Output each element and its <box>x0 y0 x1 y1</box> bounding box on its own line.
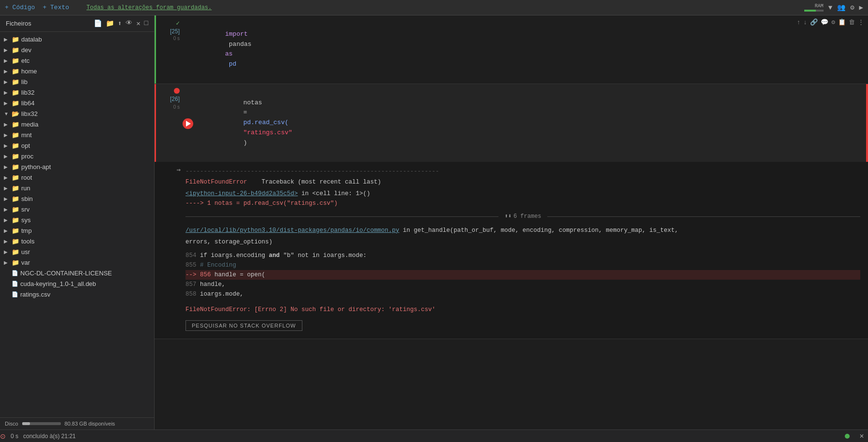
sidebar-item-lib32[interactable]: ▶ 📁 lib32 <box>0 87 154 98</box>
item-name: usr <box>21 248 150 256</box>
item-name: tools <box>21 238 150 245</box>
chevron-right-icon[interactable]: ▶ <box>859 3 863 12</box>
sidebar-item-mnt[interactable]: ▶ 📁 mnt <box>0 129 154 140</box>
add-text-label: + Texto <box>43 4 69 11</box>
search-stackoverflow-button[interactable]: PESQUISAR NO STACK OVERFLOW <box>185 320 302 331</box>
run-triangle-icon <box>186 121 191 127</box>
add-folder-icon[interactable]: 📁 <box>106 19 114 28</box>
sidebar-item-run[interactable]: ▶ 📁 run <box>0 183 154 193</box>
sidebar-item-datalab[interactable]: ▶ 📁 datalab <box>0 34 154 44</box>
folder-icon: 📂 <box>12 110 19 117</box>
collapse-arrow: ▶ <box>4 132 12 138</box>
cell-2-code: notas = pd.read_csv( "ratings.csv" ) <box>198 88 849 158</box>
cell-1-code: import pandas as pd <box>187 19 849 80</box>
sidebar-item-python-apt[interactable]: ▶ 📁 python-apt <box>0 161 154 172</box>
sidebar-item-sys[interactable]: ▶ 📁 sys <box>0 214 154 225</box>
output-icon[interactable]: ⇒ <box>177 166 181 174</box>
run-button[interactable] <box>183 118 193 129</box>
add-code-button[interactable]: + Código <box>5 4 35 11</box>
item-name: lib <box>21 78 150 86</box>
sidebar-item-home[interactable]: ▶ 📁 home <box>0 66 154 76</box>
and-keyword: and <box>269 252 280 259</box>
status-close-icon[interactable]: ✕ <box>859 433 864 440</box>
folder-icon: 📁 <box>12 46 19 54</box>
sidebar-item-sbin[interactable]: ▶ 📁 sbin <box>0 193 154 204</box>
sidebar-item-lib[interactable]: ▶ 📁 lib <box>0 76 154 87</box>
code-line-858: 858 ioargs.mode, <box>185 289 860 299</box>
sidebar-item-var[interactable]: ▶ 📁 var <box>0 257 154 268</box>
line-857-num: 857 <box>185 281 197 288</box>
frames-count: 6 frames <box>513 212 541 221</box>
sidebar-item-media[interactable]: ▶ 📁 media <box>0 119 154 129</box>
sidebar-item-ratings-csv[interactable]: ▶ 📄 ratings.csv <box>0 289 154 299</box>
sidebar-item-proc[interactable]: ▶ 📁 proc <box>0 151 154 161</box>
maximize-icon[interactable]: □ <box>144 19 148 28</box>
settings-icon[interactable]: ⚙ <box>831 18 835 26</box>
cell-2-time: 0 s <box>173 104 180 110</box>
collapse-arrow: ▶ <box>4 196 12 201</box>
cell-1: ✓ [25] 0 s import pandas as pd ↑ ↓ 🔗 💬 ⚙ <box>155 15 868 84</box>
file-icon: 📄 <box>12 291 18 298</box>
code-line-856: --> 856 handle = open( <box>185 270 860 280</box>
sidebar-item-root[interactable]: ▶ 📁 root <box>0 172 154 183</box>
copy-icon[interactable]: 📋 <box>838 18 846 26</box>
file-context: in get_handle(path_or_buf, mode, encodin… <box>403 227 678 234</box>
delete-icon[interactable]: 🗑 <box>849 19 855 26</box>
item-name: cuda-keyring_1.0-1_all.deb <box>20 280 150 287</box>
sidebar-item-srv[interactable]: ▶ 📁 srv <box>0 204 154 214</box>
sidebar-item-dev[interactable]: ▶ 📁 dev <box>0 44 154 55</box>
folder-icon: 📁 <box>12 131 19 139</box>
upload-icon[interactable]: ⬆ <box>118 19 122 28</box>
collapse-arrow: ▶ <box>4 79 12 85</box>
line-856-arrow: --> 856 <box>185 271 211 278</box>
frames-line-left <box>185 216 498 217</box>
cell-1-gutter: ✓ [25] 0 s <box>156 15 183 84</box>
up-arrow-icon[interactable]: ↑ <box>797 19 801 26</box>
gear-icon[interactable]: ⚙ <box>850 3 854 12</box>
sidebar-item-libx32[interactable]: ▼ 📂 libx32 <box>0 108 154 119</box>
item-name: sys <box>21 216 150 224</box>
sidebar-item-tmp[interactable]: ▶ 📁 tmp <box>0 225 154 236</box>
item-name: root <box>21 174 150 181</box>
errors-line: errors, storage_options) <box>185 237 860 247</box>
folder-icon: 📁 <box>12 36 19 43</box>
sidebar-item-etc[interactable]: ▶ 📁 etc <box>0 55 154 66</box>
comment-icon[interactable]: 💬 <box>821 18 828 26</box>
folder-icon: 📁 <box>12 195 19 202</box>
folder-icon: 📁 <box>12 248 19 256</box>
sidebar-item-opt[interactable]: ▶ 📁 opt <box>0 140 154 151</box>
chevron-down-icon[interactable]: ▼ <box>828 4 832 12</box>
folder-icon: 📁 <box>12 227 19 234</box>
link-icon[interactable]: 🔗 <box>810 18 818 26</box>
collapse-arrow: ▶ <box>4 207 12 212</box>
more-icon[interactable]: ⋮ <box>858 18 864 26</box>
add-text-button[interactable]: + Texto <box>43 4 69 11</box>
error-content: ----------------------------------------… <box>184 162 868 338</box>
folder-icon: 📁 <box>12 206 19 213</box>
folder-icon: 📁 <box>12 238 19 245</box>
collapse-arrow: ▶ <box>4 164 12 170</box>
sidebar-item-tools[interactable]: ▶ 📁 tools <box>0 236 154 246</box>
sidebar-item-usr[interactable]: ▶ 📁 usr <box>0 246 154 257</box>
sidebar-item-ngc-license[interactable]: ▶ 📄 NGC-DL-CONTAINER-LICENSE <box>0 268 154 278</box>
file-path-link[interactable]: /usr/local/lib/python3.10/dist-packages/… <box>185 227 399 234</box>
pd-read-csv: pd.read_csv( <box>243 119 289 126</box>
close-sidebar-icon[interactable]: ✕ <box>136 19 140 28</box>
frames-label: ⬆⬇ 6 frames <box>498 212 547 221</box>
collapse-arrow: ▶ <box>4 100 12 106</box>
hide-icon[interactable]: 👁 <box>126 19 132 28</box>
cell-link[interactable]: <ipython-input-26-b49dd2a35c5d> <box>185 190 298 197</box>
users-icon[interactable]: 👥 <box>837 3 845 12</box>
sidebar-item-lib64[interactable]: ▶ 📁 lib64 <box>0 98 154 108</box>
add-file-icon[interactable]: 📄 <box>94 19 102 28</box>
folder-icon: 📁 <box>12 89 19 96</box>
line-854-rest: "b" not in ioargs.mode: <box>284 252 367 259</box>
frames-arrows-icon[interactable]: ⬆⬇ <box>504 212 511 221</box>
folder-icon: 📁 <box>12 163 19 171</box>
frames-line-right <box>547 216 860 217</box>
red-right-bar <box>866 84 868 162</box>
item-name: datalab <box>21 36 150 43</box>
sidebar-item-cuda-keyring[interactable]: ▶ 📄 cuda-keyring_1.0-1_all.deb <box>0 278 154 289</box>
down-arrow-icon[interactable]: ↓ <box>803 19 807 26</box>
arrow-code-line: ----> 1 notas = pd.read_csv("ratings.csv… <box>185 199 860 208</box>
